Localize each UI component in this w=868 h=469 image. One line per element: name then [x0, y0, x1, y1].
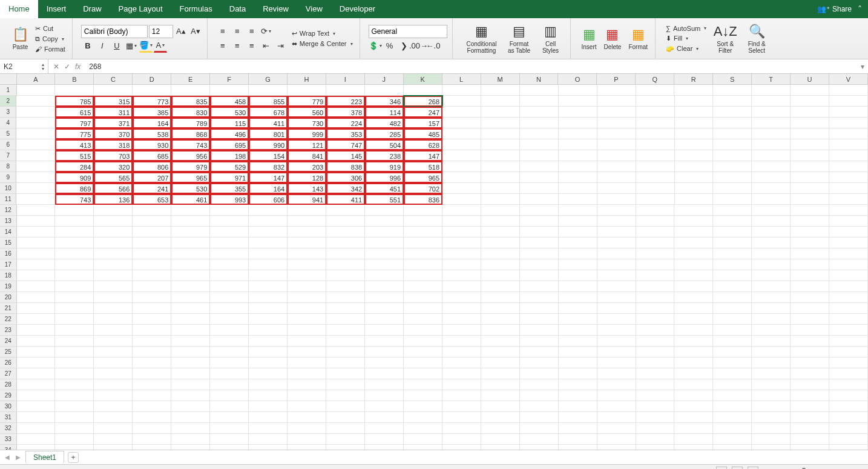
- cell[interactable]: [791, 270, 829, 281]
- cell[interactable]: [481, 390, 520, 401]
- cell[interactable]: [636, 150, 675, 161]
- cell[interactable]: [674, 434, 713, 445]
- cell[interactable]: 224: [326, 118, 365, 128]
- cell[interactable]: [17, 412, 56, 423]
- cell[interactable]: [829, 248, 868, 259]
- cell[interactable]: [210, 325, 249, 336]
- cell[interactable]: [675, 150, 714, 161]
- cell[interactable]: [520, 259, 559, 270]
- cell[interactable]: [829, 423, 868, 434]
- cell[interactable]: [559, 205, 597, 216]
- cell[interactable]: [16, 150, 55, 161]
- insert-cells-button[interactable]: ▦Insert: [579, 25, 599, 52]
- cell[interactable]: [520, 216, 559, 227]
- cell[interactable]: [559, 128, 597, 139]
- cell[interactable]: 971: [210, 172, 249, 183]
- cell[interactable]: [713, 401, 752, 412]
- cell[interactable]: [752, 379, 791, 390]
- cell[interactable]: [559, 248, 597, 259]
- cell[interactable]: [752, 150, 791, 161]
- cell[interactable]: [520, 358, 559, 368]
- cell[interactable]: [171, 336, 210, 347]
- cell[interactable]: [442, 281, 481, 292]
- cell[interactable]: [442, 314, 481, 325]
- cell[interactable]: 909: [55, 172, 94, 183]
- cell[interactable]: 530: [210, 107, 249, 118]
- cell[interactable]: [94, 347, 133, 358]
- row-header[interactable]: 21: [0, 303, 17, 314]
- cell[interactable]: 482: [365, 118, 404, 128]
- cell[interactable]: [94, 303, 133, 314]
- decrease-font-icon[interactable]: A▾: [189, 25, 202, 38]
- cell[interactable]: [520, 118, 559, 128]
- cell[interactable]: [559, 118, 597, 128]
- cell[interactable]: [171, 445, 210, 450]
- cell[interactable]: [752, 161, 791, 172]
- cell[interactable]: [752, 194, 791, 205]
- cell[interactable]: [674, 248, 713, 259]
- cell[interactable]: [829, 183, 868, 194]
- cell[interactable]: [597, 347, 636, 358]
- cell[interactable]: [249, 281, 288, 292]
- name-box[interactable]: K2 ▴▾: [0, 59, 48, 73]
- cell[interactable]: [94, 227, 133, 238]
- cell[interactable]: [55, 303, 94, 314]
- share-button[interactable]: 👥⁺ Share: [817, 5, 852, 13]
- cell[interactable]: [713, 96, 752, 107]
- cell[interactable]: [636, 128, 675, 139]
- cell[interactable]: 538: [133, 128, 171, 139]
- sort-filter-button[interactable]: A↓ZSort & Filter: [711, 22, 740, 55]
- format-cells-button[interactable]: ▦Format: [626, 25, 650, 52]
- cell[interactable]: [365, 270, 404, 281]
- cell[interactable]: [636, 161, 675, 172]
- cell[interactable]: [829, 161, 868, 172]
- cell[interactable]: [675, 194, 714, 205]
- cell[interactable]: 743: [171, 139, 210, 150]
- cell[interactable]: [442, 139, 481, 150]
- cell[interactable]: [636, 368, 675, 379]
- cell[interactable]: [597, 259, 636, 270]
- cell[interactable]: [636, 107, 675, 118]
- cell[interactable]: [829, 292, 868, 303]
- column-header[interactable]: B: [55, 74, 94, 84]
- cell[interactable]: [520, 96, 559, 107]
- cell[interactable]: 789: [171, 118, 210, 128]
- row-header[interactable]: 28: [0, 379, 17, 390]
- cell[interactable]: [597, 303, 636, 314]
- cell[interactable]: 999: [288, 128, 326, 139]
- cell[interactable]: [94, 270, 133, 281]
- cell[interactable]: [17, 216, 56, 227]
- cell[interactable]: [674, 314, 713, 325]
- cell[interactable]: [326, 358, 365, 368]
- cell[interactable]: [404, 325, 442, 336]
- cell[interactable]: [481, 118, 520, 128]
- cell[interactable]: 147: [249, 172, 288, 183]
- cell[interactable]: [713, 128, 752, 139]
- cell[interactable]: [791, 194, 829, 205]
- cell[interactable]: [559, 270, 597, 281]
- cell[interactable]: [404, 434, 442, 445]
- cell[interactable]: [752, 96, 791, 107]
- cell[interactable]: [365, 358, 404, 368]
- cell[interactable]: [288, 227, 326, 238]
- cell[interactable]: [210, 248, 249, 259]
- cell[interactable]: [94, 205, 133, 216]
- cell[interactable]: [674, 281, 713, 292]
- orientation-icon[interactable]: ⟳: [260, 25, 273, 38]
- cell[interactable]: [288, 390, 326, 401]
- cell[interactable]: [326, 368, 365, 379]
- cell[interactable]: [17, 390, 56, 401]
- cell[interactable]: [133, 292, 171, 303]
- cell[interactable]: [210, 368, 249, 379]
- cell[interactable]: [442, 248, 481, 259]
- cell[interactable]: [442, 183, 481, 194]
- cell[interactable]: [829, 281, 868, 292]
- cell[interactable]: [249, 379, 288, 390]
- cell[interactable]: [752, 281, 791, 292]
- column-header[interactable]: F: [210, 74, 249, 84]
- cell[interactable]: [288, 303, 326, 314]
- cell[interactable]: [752, 238, 791, 248]
- conditional-formatting-button[interactable]: ▦Conditional Formatting: [461, 22, 502, 55]
- cell[interactable]: [133, 379, 171, 390]
- cell[interactable]: [752, 423, 791, 434]
